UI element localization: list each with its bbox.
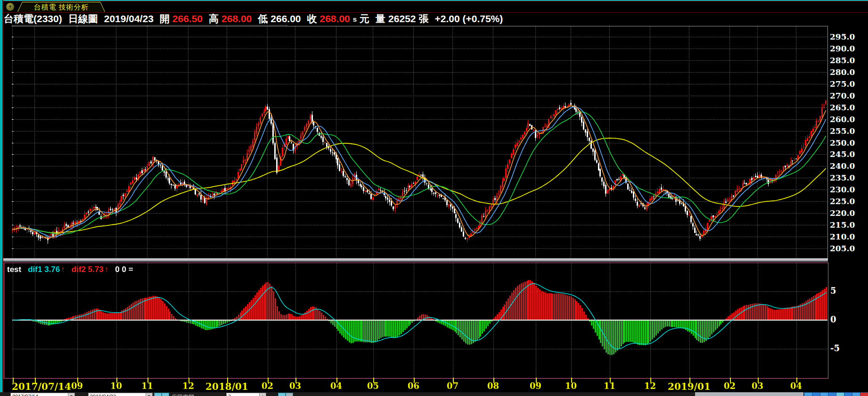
indicator-header: test dif1 3.76 ↑ dif2 5.73 ↑ 0 0 = [7, 264, 140, 275]
price-axis-label: 210.0 [830, 232, 864, 241]
date-axis-label: 09 [71, 381, 83, 391]
tab-bar: ▾ 台積電 技術分析 [3, 1, 868, 13]
taskbar-icon[interactable] [852, 392, 860, 396]
dif1-up-arrow-icon: ↑ [61, 265, 65, 274]
date-axis-label: 12 [182, 381, 194, 391]
window-left-accent [2, 0, 3, 396]
reset-icon[interactable] [286, 393, 293, 396]
chart-type[interactable]: 日線圖 [68, 12, 98, 25]
low-label: 低 [258, 12, 268, 25]
date-axis-label: 02 [724, 381, 736, 391]
price-axis-label: 255.0 [830, 126, 864, 136]
from-date-input[interactable]: 2017/07/14 ▼ [10, 393, 75, 396]
date-axis-label: 09 [530, 381, 541, 391]
date-axis-label: 10 [565, 381, 577, 391]
price-axis-label: 230.0 [830, 185, 864, 194]
quote-date: 2019/04/23 [104, 13, 154, 25]
taskbar-icon[interactable] [860, 392, 868, 396]
panel-splitter[interactable] [3, 258, 828, 262]
date-axis-label: 06 [408, 381, 419, 391]
price-axis-label: 240.0 [830, 161, 864, 171]
taskbar-icon[interactable] [844, 392, 852, 396]
taskbar-icon[interactable] [812, 392, 820, 396]
to-date-input[interactable]: 2019/04/23 ▼ [88, 393, 153, 396]
high-value: 268.00 [221, 13, 252, 25]
unit-label: 元 [360, 12, 369, 25]
zoom-in-icon[interactable] [154, 393, 162, 396]
date-axis-label: 12 [644, 381, 656, 391]
close-label: 收 [307, 12, 317, 25]
date-axis-label: 04 [330, 381, 342, 391]
price-axis-label: 285.0 [830, 56, 864, 65]
date-axis-label: 03 [289, 381, 301, 391]
indicator-panel[interactable]: test dif1 3.76 ↑ dif2 5.73 ↑ 0 0 = [4, 263, 828, 379]
space-value: 3 [228, 394, 231, 396]
indicator-extra: 0 0 = [115, 265, 133, 274]
date-axis-label: 2018/01 [205, 381, 248, 392]
zoom-out-icon[interactable] [162, 393, 169, 396]
date-axis-label: 04 [790, 381, 802, 391]
open-label: 開 [160, 12, 170, 25]
open-value: 266.50 [172, 13, 203, 25]
low-value: 266.00 [270, 13, 301, 25]
date-axis-label: 02 [262, 381, 273, 391]
price-axis-label: 225.0 [830, 197, 864, 206]
calendar-drop-icon[interactable]: ▼ [146, 393, 152, 396]
to-date-value: 2019/04/23 [90, 394, 116, 396]
indicator-canvas[interactable] [12, 264, 827, 378]
price-axis-label: 235.0 [830, 173, 864, 182]
from-date-value: 2017/07/14 [12, 394, 38, 396]
calendar-drop-icon[interactable]: ▼ [68, 393, 74, 396]
price-axis-label: 260.0 [830, 115, 864, 124]
taskbar-icon[interactable] [828, 392, 836, 396]
volume-unit: 張 [419, 12, 429, 25]
spinner-up-icon[interactable]: ▲ [259, 393, 266, 396]
taskbar-icon[interactable] [820, 392, 828, 396]
volume-value: 26252 [388, 13, 416, 25]
bottom-toolbar: 2017/07/14 ▼ 2019/04/23 ▼ 保留空間 3 ▲ [0, 392, 868, 396]
price-axis-label: 215.0 [830, 220, 864, 230]
tab-label: 台積電 技術分析 [18, 2, 105, 12]
date-axis-label: 2019/01 [668, 381, 711, 392]
chevron-down-icon[interactable]: ▾ [6, 3, 14, 11]
price-axis-label: 245.0 [830, 149, 864, 159]
space-value-input[interactable]: 3 ▲ [226, 393, 266, 396]
taskbar-tray [695, 392, 803, 396]
candlestick-canvas[interactable] [12, 26, 827, 258]
date-axis-label: 07 [447, 381, 459, 391]
close-suffix: s [353, 15, 357, 23]
price-axis-label: 290.0 [830, 44, 864, 53]
indicator-name: test [7, 265, 21, 274]
quote-header: 台積電(2330) 日線圖 2019/04/23 開 266.50 高 268.… [4, 13, 866, 25]
tab-technical-analysis[interactable]: 台積電 技術分析 [17, 2, 105, 12]
date-axis-label: 10 [110, 381, 122, 391]
price-axis-label: 295.0 [830, 32, 864, 41]
space-setting-label: 保留空間 [172, 393, 194, 396]
indicator-axis-label: 0 [830, 314, 854, 324]
change-value: +2.00 (+0.75%) [435, 13, 503, 25]
dif2-value: dif2 5.73 [72, 265, 104, 274]
taskbar-icon[interactable] [836, 392, 844, 396]
date-axis-label: 03 [752, 381, 763, 391]
candlestick-chart[interactable] [12, 26, 828, 259]
close-value: 268.00 [320, 13, 350, 25]
indicator-axis-label: -5 [830, 343, 854, 353]
date-axis-label: 2017/07/14 [12, 381, 71, 392]
indicator-axis-label: 5 [830, 286, 854, 296]
date-axis: 2017/07/14091011122018/01020304050607080… [0, 377, 868, 392]
stock-name: 台積電(2330) [4, 12, 62, 25]
price-axis-label: 275.0 [830, 79, 864, 89]
date-tick [35, 378, 36, 383]
taskbar-icon[interactable] [804, 392, 812, 396]
price-axis-label: 205.0 [830, 244, 864, 253]
high-label: 高 [209, 12, 219, 25]
apply-icon[interactable] [278, 393, 286, 396]
price-axis-label: 280.0 [830, 67, 864, 77]
date-axis-label: 05 [367, 381, 379, 391]
volume-label: 量 [376, 12, 385, 25]
dif1-value: dif1 3.76 [28, 265, 60, 274]
price-axis-label: 220.0 [830, 208, 864, 218]
date-axis-label: 08 [487, 381, 499, 391]
dif2-up-arrow-icon: ↑ [105, 265, 109, 274]
price-axis-label: 250.0 [830, 138, 864, 148]
